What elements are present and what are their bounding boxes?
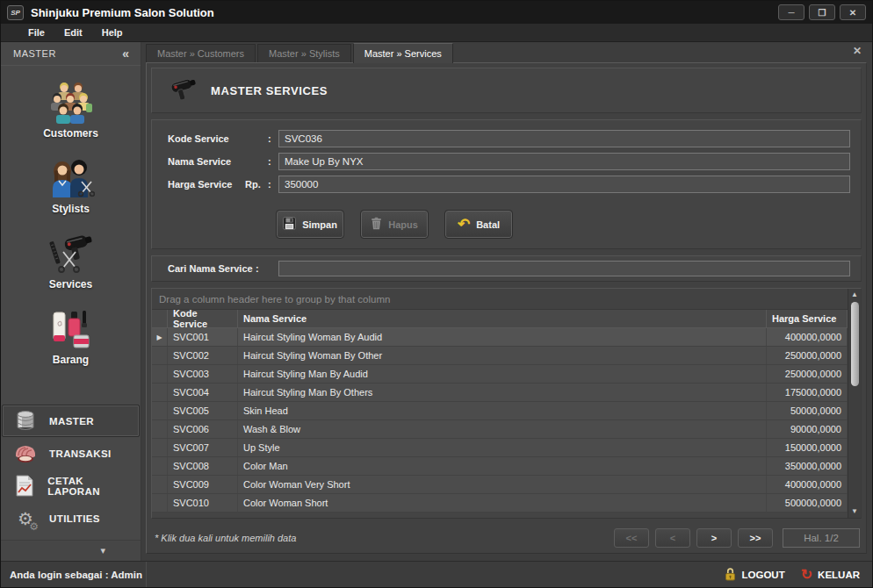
- cell-harga[interactable]: 400000,0000: [767, 328, 848, 346]
- scroll-down-icon[interactable]: ▼: [851, 507, 858, 516]
- cell-kode[interactable]: SVC007: [168, 439, 238, 456]
- nav-item-label: CETAK LAPORAN: [47, 476, 133, 497]
- sidebar-item-customers[interactable]: Customers: [8, 75, 134, 150]
- table-row[interactable]: SVC008 Color Man 350000,0000: [152, 457, 848, 476]
- table-row[interactable]: SVC009 Color Woman Very Short 400000,000…: [152, 476, 848, 494]
- cell-harga[interactable]: 500000,0000: [767, 494, 848, 512]
- menu-file[interactable]: File: [18, 25, 54, 39]
- sidebar-item-barang[interactable]: Barang: [8, 301, 134, 376]
- search-input[interactable]: [278, 261, 850, 276]
- nav-item-utilities[interactable]: ⚙⚙ UTILITIES: [2, 502, 140, 534]
- cell-harga[interactable]: 50000,0000: [767, 402, 848, 419]
- chevron-down-icon: ▾: [100, 545, 105, 556]
- scroll-up-icon[interactable]: ▲: [851, 290, 858, 299]
- table-row[interactable]: SVC005 Skin Head 50000,0000: [152, 402, 848, 420]
- table-row[interactable]: SVC003 Haircut Styling Man By Audid 2500…: [152, 365, 848, 384]
- hapus-button[interactable]: Hapus: [361, 211, 428, 238]
- table-row[interactable]: ▶ SVC001 Haircut Styling Woman By Audid …: [152, 328, 848, 347]
- cell-nama[interactable]: Color Woman Very Short: [238, 476, 767, 493]
- cell-nama[interactable]: Haircut Styling Man By Others: [238, 384, 767, 401]
- tab-master-customers[interactable]: Master » Customers: [146, 44, 256, 62]
- cell-nama[interactable]: Color Man: [238, 457, 767, 475]
- cell-harga[interactable]: 90000,0000: [767, 420, 848, 438]
- save-icon: [283, 217, 296, 232]
- cell-kode[interactable]: SVC006: [168, 420, 238, 438]
- cell-nama[interactable]: Haircut Styling Woman By Audid: [238, 328, 767, 346]
- menu-help[interactable]: Help: [92, 25, 133, 39]
- maximize-button[interactable]: ❐: [809, 4, 835, 20]
- tab-master-services[interactable]: Master » Services: [353, 43, 453, 63]
- simpan-label: Simpan: [302, 219, 337, 230]
- table-row[interactable]: SVC010 Color Woman Short 500000,0000: [152, 494, 848, 513]
- tab-master-stylists[interactable]: Master » Stylists: [257, 44, 351, 62]
- prev-page-button[interactable]: <: [655, 528, 690, 548]
- cell-nama[interactable]: Skin Head: [238, 402, 767, 419]
- form-row-nama: Nama Service :: [168, 153, 850, 170]
- close-button[interactable]: ✕: [840, 4, 866, 20]
- batal-button[interactable]: ↶ Batal: [445, 211, 512, 238]
- last-page-button[interactable]: >>: [738, 528, 773, 548]
- group-by-panel[interactable]: Drag a column header here to group by th…: [152, 289, 848, 310]
- menu-edit[interactable]: Edit: [54, 25, 92, 39]
- harga-service-input[interactable]: [278, 176, 850, 193]
- status-bar: Anda login sebagai : Admin LOGOUT ↻ KELU…: [1, 561, 872, 587]
- scrollbar-thumb[interactable]: [851, 302, 859, 386]
- cell-kode[interactable]: SVC005: [168, 402, 238, 419]
- nav-item-label: MASTER: [49, 416, 94, 427]
- table-row[interactable]: SVC007 Up Style 150000,0000: [152, 439, 848, 457]
- cell-kode[interactable]: SVC009: [168, 476, 238, 493]
- cell-kode[interactable]: SVC010: [168, 494, 238, 512]
- cell-harga[interactable]: 150000,0000: [767, 439, 848, 456]
- cell-kode[interactable]: SVC002: [168, 347, 238, 364]
- cell-nama[interactable]: Wash & Blow: [238, 420, 767, 438]
- cell-harga[interactable]: 350000,0000: [767, 457, 848, 475]
- table-row[interactable]: SVC004 Haircut Styling Man By Others 175…: [152, 384, 848, 402]
- sidebar-header: MASTER «: [1, 42, 141, 66]
- cell-harga[interactable]: 400000,0000: [767, 476, 848, 493]
- cell-kode[interactable]: SVC003: [168, 365, 238, 383]
- sidebar-title: MASTER: [13, 48, 56, 59]
- nav-item-master[interactable]: MASTER: [2, 405, 140, 437]
- cell-kode[interactable]: SVC008: [168, 457, 238, 475]
- nav-item-transaksi[interactable]: TRANSAKSI: [2, 437, 140, 470]
- table-row[interactable]: SVC002 Haircut Styling Woman By Other 25…: [152, 347, 848, 365]
- table-row[interactable]: SVC006 Wash & Blow 90000,0000: [152, 420, 848, 439]
- logout-button[interactable]: LOGOUT: [725, 567, 784, 583]
- simpan-button[interactable]: Simpan: [277, 211, 343, 238]
- transaction-icon: [13, 442, 38, 465]
- first-page-button[interactable]: <<: [614, 528, 649, 548]
- cell-kode[interactable]: SVC001: [168, 328, 238, 346]
- sidebar-item-label: Services: [49, 278, 92, 290]
- cell-nama[interactable]: Color Woman Short: [238, 494, 767, 512]
- minimize-button[interactable]: ─: [778, 4, 804, 20]
- sidebar-item-services[interactable]: Services: [8, 226, 134, 301]
- tab-close-icon[interactable]: ✕: [853, 45, 867, 61]
- nav-item-label: UTILITIES: [49, 513, 100, 524]
- cell-harga[interactable]: 250000,0000: [767, 365, 848, 383]
- nama-service-input[interactable]: [278, 153, 850, 170]
- cell-harga[interactable]: 175000,0000: [767, 384, 848, 401]
- undo-icon: ↶: [458, 217, 470, 232]
- sidebar-collapse-icon[interactable]: «: [122, 47, 129, 61]
- keluar-button[interactable]: ↻ KELUAR: [801, 568, 860, 582]
- column-header-kode-service[interactable]: Kode Service: [168, 310, 238, 327]
- gears-icon: ⚙⚙: [13, 507, 38, 530]
- cell-harga[interactable]: 250000,0000: [767, 347, 848, 364]
- cell-kode[interactable]: SVC004: [168, 384, 238, 401]
- kode-service-input[interactable]: [278, 130, 850, 147]
- column-header-nama-service[interactable]: Nama Service: [238, 310, 767, 327]
- cell-nama[interactable]: Up Style: [238, 439, 767, 456]
- sidebar-item-stylists[interactable]: Stylists: [8, 150, 134, 226]
- next-page-button[interactable]: >: [696, 528, 732, 548]
- vertical-scrollbar[interactable]: ▲ ▼: [848, 289, 861, 518]
- sidebar-expander[interactable]: ▾: [1, 540, 141, 561]
- row-indicator: [152, 365, 168, 383]
- sidebar-nav: MASTER TRANSAKSI: [1, 403, 141, 536]
- cell-nama[interactable]: Haircut Styling Man By Audid: [238, 365, 767, 383]
- nav-item-cetak-laporan[interactable]: CETAK LAPORAN: [2, 470, 140, 502]
- cell-nama[interactable]: Haircut Styling Woman By Other: [238, 347, 767, 364]
- kode-service-label: Kode Service: [168, 133, 245, 144]
- column-header-harga-service[interactable]: Harga Service: [767, 310, 848, 327]
- form-row-harga: Harga Service Rp. :: [168, 176, 850, 193]
- grid-footer: * Klik dua kali untuk memilih data << < …: [151, 525, 862, 551]
